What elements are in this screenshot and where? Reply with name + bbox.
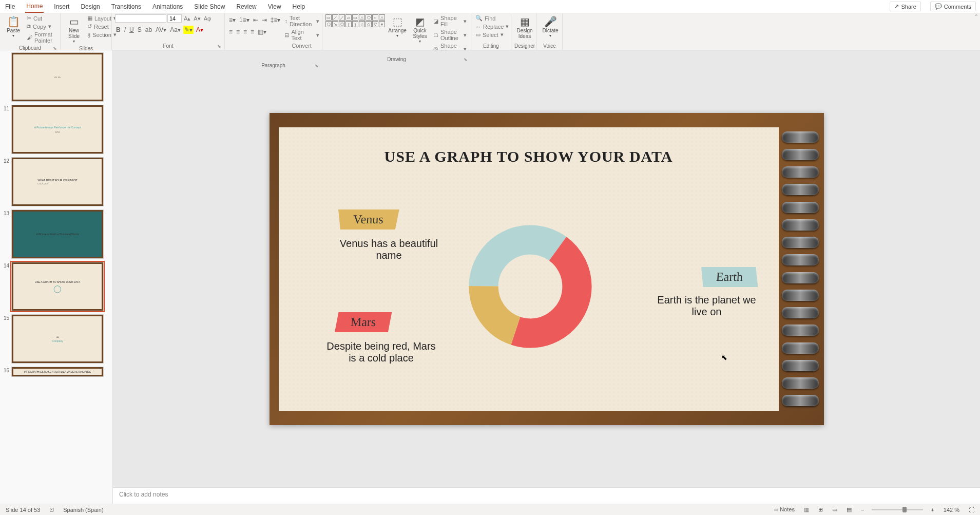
slide-panel[interactable]: ▭ ▭ 11A Picture Always Reinforces the Co… bbox=[0, 50, 113, 504]
align-right-button[interactable]: ≡ bbox=[242, 28, 248, 36]
collapse-ribbon-button[interactable]: ⌃ bbox=[972, 13, 980, 50]
slide-canvas[interactable]: USE A GRAPH TO SHOW YOUR DATA Venus Venu… bbox=[270, 113, 824, 425]
justify-button[interactable]: ≡ bbox=[249, 28, 255, 36]
tab-home[interactable]: Home bbox=[25, 1, 44, 13]
group-paragraph-label: Paragraph⬊ bbox=[228, 62, 319, 68]
shadow-button[interactable]: ab bbox=[144, 26, 153, 34]
group-clipboard-label: Clipboard⬊ bbox=[3, 44, 57, 51]
shape-fill-button[interactable]: ◪ Shape Fill ▾ bbox=[432, 14, 468, 28]
increase-font-button[interactable]: A▴ bbox=[183, 15, 191, 23]
tab-insert[interactable]: Insert bbox=[53, 1, 70, 12]
ribbon: 📋Paste▾ ✂ Cut ⧉ Copy ▾ 🖌 Format Painter … bbox=[0, 13, 980, 50]
fit-window-button[interactable]: ⛶ bbox=[967, 507, 976, 513]
align-left-button[interactable]: ≡ bbox=[228, 28, 234, 36]
font-color-button[interactable]: A▾ bbox=[195, 26, 204, 34]
indent-left-button[interactable]: ⇤ bbox=[252, 16, 259, 24]
share-button[interactable]: ↗ Share bbox=[890, 2, 920, 11]
canvas-area[interactable]: USE A GRAPH TO SHOW YOUR DATA Venus Venu… bbox=[113, 50, 980, 487]
tab-review[interactable]: Review bbox=[235, 1, 257, 12]
underline-button[interactable]: U bbox=[128, 26, 135, 34]
highlight-button[interactable]: ✎▾ bbox=[183, 26, 194, 34]
font-size-input[interactable] bbox=[167, 14, 182, 23]
columns-button[interactable]: ▥▾ bbox=[257, 28, 267, 36]
group-slides-label: Slides bbox=[64, 45, 108, 51]
mars-tag[interactable]: Mars bbox=[334, 312, 391, 332]
cut-button[interactable]: ✂ Cut bbox=[26, 14, 57, 22]
tab-slideshow[interactable]: Slide Show bbox=[193, 1, 226, 12]
slide-thumb-12[interactable]: WHAT ABOUT FOUR COLUMNS?▭▭▭▭ bbox=[11, 157, 104, 206]
venus-tag[interactable]: Venus bbox=[337, 209, 399, 230]
text-direction-button[interactable]: ↕ Text Direction ▾ bbox=[283, 14, 320, 28]
group-voice-label: Voice bbox=[540, 42, 559, 49]
venus-desc[interactable]: Venus has a beautiful name bbox=[333, 238, 446, 261]
spiral-binding bbox=[782, 128, 819, 410]
language-button[interactable]: Spanish (Spain) bbox=[62, 507, 105, 513]
tab-animations[interactable]: Animations bbox=[151, 1, 184, 12]
paste-button[interactable]: 📋Paste▾ bbox=[3, 14, 24, 39]
slide-title[interactable]: USE A GRAPH TO SHOW YOUR DATA bbox=[279, 127, 779, 165]
cursor-icon: ⬉ bbox=[721, 353, 727, 361]
spacing-button[interactable]: AV▾ bbox=[155, 26, 167, 34]
zoom-out-button[interactable]: − bbox=[859, 507, 866, 513]
status-bar: Slide 14 of 53 ⊡ Spanish (Spain) ≐ Notes… bbox=[0, 504, 980, 515]
slideshow-view-button[interactable]: ▤ bbox=[845, 506, 853, 513]
slide-thumb-13[interactable]: A Picture is Worth a Thousand Words bbox=[11, 209, 104, 259]
italic-button[interactable]: I bbox=[123, 26, 127, 34]
align-text-button[interactable]: ⊟ Align Text ▾ bbox=[283, 28, 320, 42]
earth-tag[interactable]: Earth bbox=[700, 267, 758, 287]
tab-transitions[interactable]: Transitions bbox=[110, 1, 142, 12]
bold-button[interactable]: B bbox=[115, 26, 122, 34]
replace-button[interactable]: ↔ Replace ▾ bbox=[474, 23, 510, 30]
slide-thumb-15[interactable]: ▭ Company bbox=[11, 314, 104, 364]
earth-desc[interactable]: Earth is the planet we live on bbox=[650, 294, 763, 318]
tab-file[interactable]: File bbox=[4, 1, 16, 12]
numbering-button[interactable]: 1≡▾ bbox=[238, 16, 251, 24]
slide-thumb-10[interactable]: ▭ ▭ bbox=[11, 52, 104, 102]
copy-button[interactable]: ⧉ Copy ▾ bbox=[26, 23, 57, 30]
format-painter-button[interactable]: 🖌 Format Painter bbox=[26, 31, 57, 44]
group-designer-label: Designer bbox=[514, 42, 533, 49]
paper-background: USE A GRAPH TO SHOW YOUR DATA Venus Venu… bbox=[279, 127, 779, 411]
align-center-button[interactable]: ≡ bbox=[235, 28, 241, 36]
tab-view[interactable]: View bbox=[267, 1, 282, 12]
notes-toggle[interactable]: ≐ Notes bbox=[772, 506, 796, 513]
accessibility-icon[interactable]: ⊡ bbox=[48, 506, 55, 513]
zoom-level[interactable]: 142 % bbox=[942, 507, 961, 513]
bullets-button[interactable]: ≡▾ bbox=[228, 16, 237, 24]
shapes-gallery[interactable]: ▭／／▱▭△⬠○△ ⬡↘⬠{}☆◇▽▾ bbox=[325, 14, 385, 27]
design-ideas-button[interactable]: ▦Design Ideas bbox=[514, 14, 535, 40]
tab-design[interactable]: Design bbox=[80, 1, 101, 12]
ribbon-tabs: File Home Insert Design Transitions Anim… bbox=[0, 0, 980, 13]
donut-chart[interactable] bbox=[464, 220, 597, 353]
slide-thumb-11[interactable]: A Picture Always Reinforces the Concept▭… bbox=[11, 105, 104, 154]
notes-pane[interactable]: Click to add notes bbox=[113, 487, 980, 504]
quick-styles-button[interactable]: ◩Quick Styles▾ bbox=[410, 14, 430, 45]
group-font-label: Font⬊ bbox=[115, 42, 221, 49]
select-button[interactable]: ▭ Select ▾ bbox=[474, 31, 510, 39]
comments-button[interactable]: 💬 Comments bbox=[930, 2, 976, 11]
slide-thumb-16[interactable]: INFOGRAPHICS MAKE YOUR IDEA UNDERSTANDAB… bbox=[11, 367, 104, 377]
group-drawing-label: Drawing⬊ bbox=[325, 55, 468, 62]
arrange-button[interactable]: ⬚Arrange▾ bbox=[387, 14, 408, 39]
slide-thumb-14[interactable]: USE A GRAPH TO SHOW YOUR DATA◯ bbox=[11, 262, 104, 311]
zoom-slider[interactable] bbox=[872, 509, 923, 510]
sorter-view-button[interactable]: ⊞ bbox=[817, 506, 824, 513]
dictate-button[interactable]: 🎤Dictate▾ bbox=[540, 14, 561, 39]
clear-format-button[interactable]: Aφ bbox=[203, 15, 212, 22]
slide-counter[interactable]: Slide 14 of 53 bbox=[4, 507, 42, 513]
strike-button[interactable]: S bbox=[137, 26, 143, 34]
tab-help[interactable]: Help bbox=[292, 1, 306, 12]
shape-outline-button[interactable]: ☖ Shape Outline ▾ bbox=[432, 28, 468, 42]
group-editing-label: Editing bbox=[474, 42, 508, 49]
normal-view-button[interactable]: ▥ bbox=[802, 506, 811, 513]
decrease-font-button[interactable]: A▾ bbox=[193, 15, 201, 23]
reading-view-button[interactable]: ▭ bbox=[831, 506, 839, 513]
indent-right-button[interactable]: ⇥ bbox=[261, 16, 268, 24]
zoom-in-button[interactable]: + bbox=[929, 507, 935, 513]
find-button[interactable]: 🔍 Find bbox=[474, 14, 510, 22]
mars-desc[interactable]: Despite being red, Mars is a cold place bbox=[325, 340, 438, 364]
new-slide-button[interactable]: ▭New Slide▾ bbox=[64, 14, 84, 45]
case-button[interactable]: Aa▾ bbox=[169, 26, 182, 34]
font-name-input[interactable] bbox=[115, 14, 166, 23]
line-spacing-button[interactable]: ‡≡▾ bbox=[270, 16, 282, 24]
